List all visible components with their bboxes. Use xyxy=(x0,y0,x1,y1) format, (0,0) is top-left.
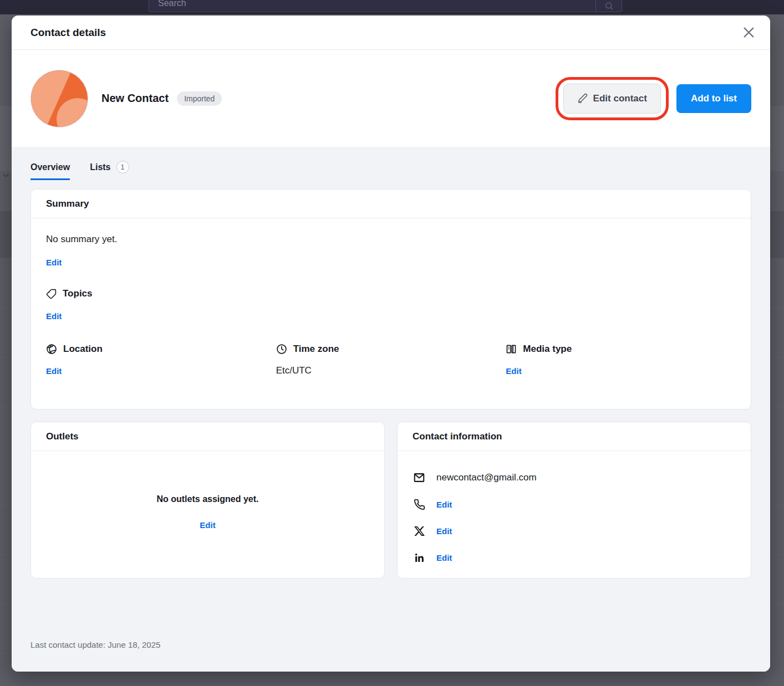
search-input[interactable] xyxy=(149,0,595,12)
email-row: newcontact@gmail.com xyxy=(413,464,736,491)
outlets-card: Outlets No outlets assigned yet. Edit xyxy=(30,422,385,579)
summary-empty-text: No summary yet. xyxy=(46,234,736,245)
media-type-icon xyxy=(506,344,517,355)
media-type-heading: Media type xyxy=(506,344,736,355)
linkedin-icon xyxy=(413,552,426,564)
contact-details-modal: Contact details New Contact Imported xyxy=(12,16,770,672)
outlets-empty-text: No outlets assigned yet. xyxy=(156,494,258,504)
tab-overview[interactable]: Overview xyxy=(30,162,70,180)
chevron-down-icon xyxy=(1,171,11,180)
summary-title: Summary xyxy=(46,198,736,209)
bottom-cards-row: Outlets No outlets assigned yet. Edit Co… xyxy=(30,422,751,579)
contact-information-header: Contact information xyxy=(398,422,751,451)
location-heading: Location xyxy=(46,344,276,355)
x-edit-link[interactable]: Edit xyxy=(436,526,452,536)
last-update-text: Last contact update: June 18, 2025 xyxy=(30,640,751,649)
location-edit-link[interactable]: Edit xyxy=(46,366,62,376)
linkedin-row: Edit xyxy=(413,544,736,571)
location-field: Location Edit xyxy=(46,344,276,376)
search-icon xyxy=(604,1,614,11)
summary-card: Summary No summary yet. Edit Topics Edit xyxy=(30,189,751,409)
contact-name-row: New Contact Imported xyxy=(101,91,222,106)
imported-badge: Imported xyxy=(177,91,222,106)
contact-information-card: Contact information newcontact@gmail.com xyxy=(397,422,751,579)
pencil-icon xyxy=(577,93,588,104)
tab-lists[interactable]: Lists 1 xyxy=(90,161,129,181)
add-to-list-label: Add to list xyxy=(691,93,737,104)
outlets-card-body: No outlets assigned yet. Edit xyxy=(31,451,384,578)
hero-actions: Edit contact Add to list xyxy=(556,77,751,120)
add-to-list-button[interactable]: Add to list xyxy=(676,84,751,113)
time-zone-label: Time zone xyxy=(293,344,339,355)
global-search-bar[interactable] xyxy=(149,0,622,12)
time-zone-field: Time zone Etc/UTC xyxy=(276,344,506,376)
contact-information-body: newcontact@gmail.com Edit xyxy=(398,451,751,571)
time-zone-value: Etc/UTC xyxy=(276,365,506,376)
summary-fields: Location Edit Time zone Etc/UTC xyxy=(46,344,736,376)
summary-card-body: No summary yet. Edit Topics Edit xyxy=(31,218,751,376)
outlets-edit-link[interactable]: Edit xyxy=(200,520,215,530)
x-twitter-icon xyxy=(413,526,426,536)
avatar-shape xyxy=(57,98,88,127)
media-type-label: Media type xyxy=(523,344,572,355)
search-button[interactable] xyxy=(596,0,622,12)
email-value: newcontact@gmail.com xyxy=(436,472,537,483)
tab-bar: Overview Lists 1 xyxy=(30,161,751,181)
media-type-edit-link[interactable]: Edit xyxy=(506,366,521,376)
globe-icon xyxy=(46,344,57,355)
location-label: Location xyxy=(63,344,103,355)
app-top-bar xyxy=(0,0,784,14)
screen: Contact details New Contact Imported xyxy=(0,0,784,686)
phone-icon xyxy=(413,499,426,510)
media-type-field: Media type Edit xyxy=(506,344,736,376)
close-icon xyxy=(741,25,756,40)
avatar xyxy=(30,70,88,127)
summary-edit-link[interactable]: Edit xyxy=(46,258,62,267)
x-row: Edit xyxy=(413,518,736,544)
phone-row: Edit xyxy=(413,491,736,518)
topics-edit-link[interactable]: Edit xyxy=(46,311,62,321)
annotation-highlight-ring: Edit contact xyxy=(556,77,669,120)
edit-contact-button[interactable]: Edit contact xyxy=(563,84,661,114)
outlets-card-header: Outlets xyxy=(31,422,384,451)
clock-icon xyxy=(276,344,287,355)
tag-icon xyxy=(46,289,57,299)
edit-contact-label: Edit contact xyxy=(593,93,647,104)
phone-edit-link[interactable]: Edit xyxy=(436,500,452,509)
contact-hero-section: New Contact Imported Edit contact Add to… xyxy=(12,50,770,147)
topics-heading: Topics xyxy=(46,288,736,299)
modal-header: Contact details xyxy=(12,16,770,50)
summary-card-header: Summary xyxy=(31,190,751,218)
modal-body: Overview Lists 1 Summary No summary yet.… xyxy=(12,147,770,672)
outlets-title: Outlets xyxy=(46,431,369,442)
contact-information-title: Contact information xyxy=(413,431,736,442)
close-button[interactable] xyxy=(740,24,757,41)
contact-name: New Contact xyxy=(101,92,169,105)
tab-lists-label: Lists xyxy=(90,162,110,172)
envelope-icon xyxy=(413,472,426,484)
linkedin-edit-link[interactable]: Edit xyxy=(436,553,452,562)
topics-label: Topics xyxy=(63,288,93,299)
modal-title: Contact details xyxy=(30,27,106,39)
tab-overview-label: Overview xyxy=(30,162,70,172)
lists-count-badge: 1 xyxy=(116,161,129,173)
time-zone-heading: Time zone xyxy=(276,344,506,355)
